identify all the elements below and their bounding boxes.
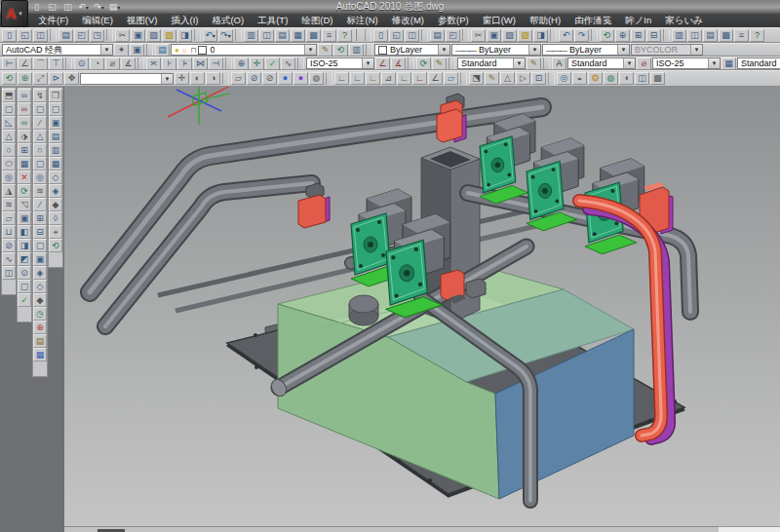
ucs-named-icon[interactable]: ▱ — [444, 72, 458, 85]
extrude-faces-icon[interactable]: ⬗ — [18, 130, 31, 143]
render-icon[interactable]: ▩ — [650, 72, 665, 85]
table-style-icon[interactable]: ▦ — [722, 57, 736, 70]
color-combo-arrow-icon[interactable]: ▼ — [438, 45, 449, 55]
plot-dropdown-arrow-icon[interactable]: ▾ — [117, 4, 120, 11]
menu-tools[interactable]: 工具(T) — [251, 14, 294, 27]
plotstyle-combo[interactable]: BYCOLOR ▼ — [631, 44, 703, 56]
union-icon[interactable]: ∞ — [18, 89, 31, 102]
constrained-orbit-icon[interactable]: ⟲ — [2, 72, 17, 85]
undo-icon[interactable]: ↶▾ — [76, 1, 91, 14]
undo-icon[interactable]: ↶▾ — [203, 29, 217, 42]
dim-style-icon[interactable]: ⌀ — [637, 57, 651, 70]
text-style-combo[interactable]: Standard ▼ — [567, 57, 636, 69]
zoom-previous-icon[interactable]: ⊟ — [646, 29, 661, 42]
rotate-faces-icon[interactable]: ⟳ — [18, 184, 31, 198]
adjust-distance-icon[interactable]: ⊳ — [49, 72, 63, 85]
block-editor-icon[interactable]: ◨ — [177, 29, 192, 42]
copy-object-icon[interactable]: ❐ — [49, 89, 62, 102]
vs-manage-icon[interactable]: ◍ — [309, 72, 324, 85]
menu-help[interactable]: 帮助(H) — [523, 14, 567, 27]
properties-icon[interactable]: ▥ — [244, 29, 258, 42]
xedges-icon[interactable]: ▣ — [33, 252, 47, 266]
valve-bracket-top[interactable] — [437, 94, 466, 142]
command-window-top-edge[interactable] — [64, 526, 719, 532]
redo-dropdown-arrow-icon[interactable]: ▾ — [228, 32, 231, 39]
mleader-style-combo[interactable]: Standard ▼ — [457, 57, 526, 69]
layer-freeze-sun-icon[interactable]: ☼ — [181, 46, 188, 55]
workspace-combo[interactable]: AutoCAD 经典 ▼ — [2, 44, 113, 56]
orbit-icon[interactable]: ⟲ — [600, 29, 614, 42]
intersect-icon[interactable]: ∞ — [18, 116, 31, 130]
cut-icon[interactable]: ✂ — [115, 29, 130, 42]
undo-2-icon[interactable]: ↶ — [559, 29, 573, 42]
menu-parametric[interactable]: 参数(P) — [431, 14, 476, 27]
subtract-icon[interactable]: ∞ — [18, 102, 31, 116]
menu-modify[interactable]: 修改(M) — [385, 14, 431, 27]
redo-2-icon[interactable]: ↷ — [574, 29, 589, 42]
render-region-icon[interactable]: ◒ — [572, 72, 587, 85]
live-section-icon[interactable]: ◆ — [33, 293, 47, 307]
menu-express-3[interactable]: 家らいみ — [658, 14, 710, 27]
convert-to-solid-icon[interactable]: ⊞ — [33, 211, 47, 225]
check-icon[interactable]: ✓ — [18, 293, 31, 307]
dim-space-icon[interactable]: ⋈ — [193, 57, 208, 70]
named-view-combo[interactable]: ▼ — [80, 73, 174, 85]
menu-draw[interactable]: 绘图(D) — [294, 14, 339, 27]
pan-realtime-icon[interactable]: ✛ — [175, 72, 189, 85]
dim-style-combo[interactable]: ISO-25 ▼ — [306, 57, 374, 69]
block-editor-2-icon[interactable]: ◨ — [533, 29, 548, 42]
ruled-mesh-icon[interactable]: ◈ — [49, 184, 62, 198]
color-edges-icon[interactable]: ◩ — [18, 252, 31, 266]
dim-inspect-icon[interactable]: ✓ — [265, 57, 280, 70]
copy-faces-icon[interactable]: ▣ — [18, 211, 31, 225]
layer-combo-arrow-icon[interactable]: ▼ — [304, 45, 316, 55]
workspace-settings-icon[interactable]: ✦ — [114, 44, 129, 57]
3d-face-icon[interactable]: ▣ — [49, 116, 62, 130]
copy-edges-icon[interactable]: ◨ — [18, 239, 31, 252]
taper-faces-icon[interactable]: ◹ — [18, 198, 31, 211]
ucs-face-icon[interactable]: ∟ — [366, 72, 380, 85]
layer-states-icon[interactable]: ▥ — [349, 44, 364, 57]
menu-window[interactable]: 窗口(W) — [476, 14, 523, 27]
delete-faces-icon[interactable]: ✕ — [18, 171, 31, 184]
shade-flat-icon[interactable]: ◐ — [190, 72, 205, 85]
lights-icon[interactable]: ❂ — [588, 72, 603, 85]
dim-quick-icon[interactable]: ≍ — [146, 57, 161, 70]
qnew-2-icon[interactable]: ▯ — [373, 29, 388, 42]
render-environment-icon[interactable]: ◖ — [619, 72, 634, 85]
convert-to-surface-icon[interactable]: ⊟ — [33, 225, 47, 239]
qnew-icon[interactable]: ▯ — [29, 1, 44, 14]
polysolid-icon[interactable]: ⬒ — [2, 89, 16, 102]
clean-icon[interactable]: ▢ — [18, 280, 31, 293]
sphere-icon[interactable]: ○ — [2, 143, 16, 157]
ucs-z-axis-icon[interactable]: ∟ — [412, 72, 427, 85]
layer-combo[interactable]: ● ☼ ⊓ 0 ▼ — [171, 44, 317, 56]
dim-tolerance-icon[interactable]: ⊕ — [234, 57, 249, 70]
move-faces-icon[interactable]: ⊞ — [18, 143, 31, 157]
dim-baseline-icon[interactable]: ⊦ — [162, 57, 176, 70]
color-faces-icon[interactable]: ◧ — [18, 225, 31, 239]
dim-break-icon[interactable]: ⊣ — [209, 57, 223, 70]
plot-preview-2-icon[interactable]: ◰ — [446, 29, 460, 42]
extract-edges-icon[interactable]: ⊡ — [531, 72, 546, 85]
copy-icon[interactable]: ▣ — [131, 29, 145, 42]
section-plane-icon[interactable]: ⬔ — [469, 72, 484, 85]
3d-align-icon[interactable]: △ — [33, 130, 47, 143]
undo-dropdown-arrow-icon[interactable]: ▾ — [86, 4, 89, 11]
3d-move-icon[interactable]: ↯ — [33, 89, 47, 102]
show-motion-icon[interactable]: ⟲ — [49, 239, 62, 252]
menu-express-2[interactable]: 眸ノIn — [618, 14, 658, 27]
match-properties-2-icon[interactable]: ▧ — [518, 29, 532, 42]
render-globe-icon[interactable]: ◎ — [557, 72, 571, 85]
revolved-mesh-icon[interactable]: ▥ — [49, 143, 62, 157]
help-2-icon[interactable]: ? — [750, 29, 764, 42]
save-icon[interactable]: ◫ — [33, 29, 48, 42]
thicken-icon[interactable]: ∕ — [33, 198, 47, 211]
shade-gouraud-icon[interactable]: ◑ — [206, 72, 220, 85]
zoom-realtime-icon[interactable]: ⊕ — [615, 29, 630, 42]
sweep-icon[interactable]: ∿ — [2, 252, 16, 266]
3d-mirror-icon[interactable]: ○ — [33, 143, 47, 157]
qnew-icon[interactable]: ▯ — [2, 29, 17, 42]
toolbar-grip[interactable] — [355, 29, 361, 41]
edge-fillet-icon[interactable]: ▷ — [516, 72, 530, 85]
